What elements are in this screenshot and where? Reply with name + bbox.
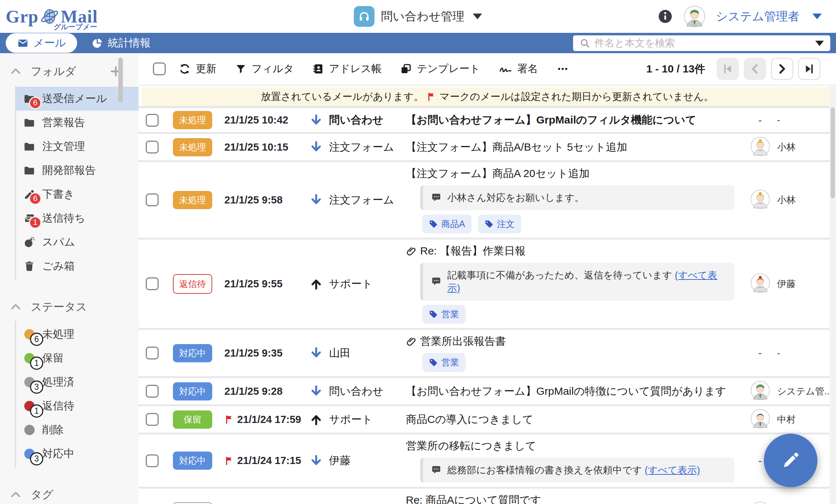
select-all-checkbox[interactable] <box>153 62 166 75</box>
sidebar-item[interactable]: 1送信待ち <box>16 206 139 230</box>
tab-stats[interactable]: 統計情報 <box>91 36 150 50</box>
next-page-button[interactable] <box>771 58 793 80</box>
mail-subject: 商品Cの導入につきまして <box>406 412 533 427</box>
sidebar-item[interactable]: 注文管理 <box>16 135 139 158</box>
chevron-down-icon[interactable] <box>812 14 822 19</box>
sidebar-item-label: スパム <box>42 235 75 250</box>
sidebar-scrollbar-thumb[interactable] <box>118 57 123 102</box>
tag-chip[interactable]: 営業 <box>422 353 466 372</box>
toolbar-signature-button[interactable]: 署名 <box>499 62 538 76</box>
mail-row[interactable]: 未処理21/1/25 10:15注文フォーム【注文フォーム】商品A/Bセット 5… <box>139 134 836 160</box>
mail-row[interactable]: 保留21/1/24 17:59サポート商品Cの導入につきまして中村 <box>139 406 836 433</box>
arrow-down-icon <box>309 384 323 398</box>
bubble-icon <box>431 465 442 475</box>
mail-from: サポート <box>329 277 406 291</box>
toolbar-button-label: アドレス帳 <box>329 62 382 76</box>
arrow-down-icon <box>309 140 323 154</box>
tag-chip[interactable]: 商品A <box>422 215 472 233</box>
sidebar-item[interactable]: 6未処理 <box>16 322 139 346</box>
tag-chip[interactable]: 営業 <box>422 305 466 324</box>
mail-date: 21/1/25 10:15 <box>224 141 288 153</box>
sidebar-item[interactable]: 3対応中 <box>16 442 139 466</box>
mail-subject: 【お問い合わせフォーム】GrpMailのフィルタ機能について <box>406 113 696 127</box>
sidebar-item[interactable]: 営業報告 <box>16 111 139 135</box>
list-scrollbar[interactable] <box>830 85 836 504</box>
tag-chip[interactable]: 注文 <box>478 215 521 233</box>
sidebar-item[interactable]: 3処理済 <box>16 370 139 394</box>
user-avatar[interactable] <box>684 6 705 27</box>
tab-label: 統計情報 <box>108 36 150 50</box>
notice-text-before: 放置されているメールがあります。 <box>261 90 424 104</box>
status-dot <box>24 425 35 435</box>
row-checkbox[interactable] <box>146 114 159 127</box>
prev-page-button[interactable] <box>744 58 766 80</box>
sidebar-item[interactable]: 1保留 <box>16 346 139 370</box>
flag-icon <box>224 456 234 466</box>
list-scrollbar-thumb[interactable] <box>831 107 835 198</box>
bomb-icon <box>24 237 35 248</box>
mail-subject: 【注文フォーム】商品A 20セット追加 <box>406 166 589 181</box>
mail-from: 問い合わせ <box>329 113 406 127</box>
search-options-caret-icon[interactable] <box>815 41 824 46</box>
last-page-button[interactable] <box>798 58 820 80</box>
global-search <box>573 35 830 51</box>
section-header-tags[interactable]: タグ <box>0 478 139 504</box>
sender-avatar <box>751 137 770 157</box>
mail-date: 21/1/25 9:58 <box>224 194 283 206</box>
row-checkbox[interactable] <box>146 193 159 206</box>
sidebar-item[interactable]: 削除 <box>16 418 139 442</box>
tab-mail[interactable]: メール <box>6 33 77 53</box>
row-checkbox[interactable] <box>146 277 159 290</box>
section-header-status[interactable]: ステータス <box>0 290 139 321</box>
bubble-icon <box>431 276 442 287</box>
toolbar-template-button[interactable]: テンプレート <box>400 62 480 76</box>
status-badge: 処理済 <box>173 502 212 504</box>
comment-text: 記載事項に不備があったため、返信を待っています (すべて表示) <box>447 269 727 294</box>
first-page-button[interactable] <box>717 58 739 80</box>
toolbar-more-button[interactable] <box>557 63 569 75</box>
toolbar-filter-button[interactable]: フィルタ <box>235 62 294 76</box>
row-checkbox[interactable] <box>146 454 159 467</box>
mail-row[interactable]: 未処理21/1/25 9:58注文フォーム【注文フォーム】商品A 20セット追加… <box>139 162 836 238</box>
section-header-folders[interactable]: フォルダ <box>0 55 139 85</box>
mail-row[interactable]: 未処理21/1/25 10:42問い合わせ【お問い合わせフォーム】GrpMail… <box>139 108 836 132</box>
sender-avatar <box>751 381 770 402</box>
status-count-badge: 6 <box>30 333 43 346</box>
sidebar-item[interactable]: 6下書き <box>16 182 139 206</box>
mail-row[interactable]: 対応中21/1/24 17:15伊藤営業所の移転につきまして総務部にお客様情報の… <box>139 434 836 487</box>
mail-row[interactable]: 返信待21/1/25 9:55サポートRe: 【報告】作業日報記載事項に不備があ… <box>139 240 836 328</box>
show-all-link[interactable]: (すべて表示) <box>645 465 700 475</box>
sidebar-item[interactable]: スパム <box>16 230 139 254</box>
main-navbar: メール統計情報 <box>0 33 836 53</box>
toolbar-address-book-button[interactable]: アドレス帳 <box>313 62 382 76</box>
toolbar-button-label: テンプレート <box>417 62 480 76</box>
workspace-selector[interactable]: 問い合わせ管理 <box>354 6 482 27</box>
mail-date: 21/1/25 9:55 <box>224 278 283 290</box>
mail-subject: Re: 商品Aについて質問です <box>406 493 541 504</box>
compose-button[interactable] <box>764 434 817 487</box>
info-icon[interactable] <box>657 9 673 24</box>
toolbar-refresh-button[interactable]: 更新 <box>179 62 217 76</box>
show-all-link[interactable]: (すべて表示) <box>447 270 717 293</box>
row-checkbox[interactable] <box>146 141 159 153</box>
sender-avatar <box>751 273 770 294</box>
unread-count-badge: 1 <box>29 216 41 229</box>
mail-date: 21/1/25 10:42 <box>224 114 288 126</box>
sidebar-item[interactable]: ごみ箱 <box>16 254 139 278</box>
toolbar-button-label: フィルタ <box>252 62 294 76</box>
row-checkbox[interactable] <box>146 413 159 426</box>
assignee-name: - <box>777 348 836 359</box>
sidebar-item[interactable]: 1返信待 <box>16 394 139 418</box>
mail-row[interactable]: 対応中21/1/25 9:28問い合わせ【お問い合わせフォーム】GrpMailの… <box>139 378 836 404</box>
pencil-icon <box>780 449 802 472</box>
sidebar-section-folders: フォルダ6送受信メール営業報告注文管理開発部報告6下書き1送信待ちスパムごみ箱 <box>0 55 139 279</box>
row-checkbox[interactable] <box>146 385 159 398</box>
mail-row[interactable]: 処理済21/1/24 16:45サポートRe: 商品Aについて質問です商品A質問 <box>139 489 836 504</box>
row-checkbox[interactable] <box>146 347 159 359</box>
mail-date: 21/1/24 17:59 <box>237 414 301 425</box>
mail-row[interactable]: 対応中21/1/25 9:35山田営業所出張報告書営業-- <box>139 330 836 376</box>
arrow-down-icon <box>309 346 323 360</box>
sidebar-item[interactable]: 開発部報告 <box>16 158 139 182</box>
chevron-up-icon <box>10 66 21 77</box>
search-input[interactable] <box>594 37 811 49</box>
